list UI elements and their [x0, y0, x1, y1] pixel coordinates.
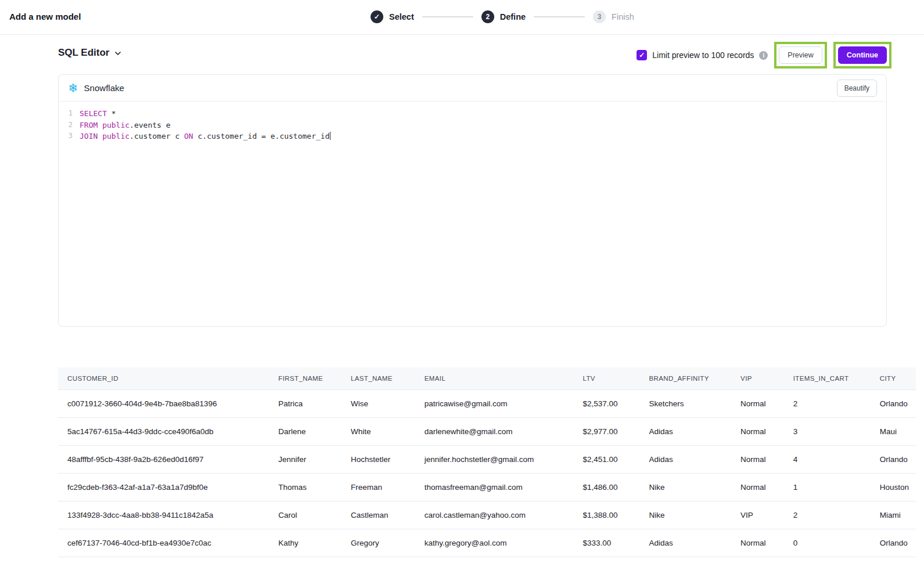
table-cell: $2,451.00 [573, 445, 639, 473]
text-cursor [330, 132, 330, 140]
table-cell: Normal [731, 389, 784, 417]
stepper-step-finish: 3Finish [593, 10, 634, 23]
table-cell: Normal [731, 473, 784, 501]
column-header: CITY [871, 367, 916, 389]
table-cell: Orlando [871, 529, 916, 557]
continue-highlight-box: Continue [833, 42, 891, 69]
table-cell: 2 [784, 501, 871, 529]
table-cell: Houston [871, 473, 916, 501]
table-cell: Jennifer [269, 445, 341, 473]
preview-button[interactable]: Preview [779, 46, 822, 64]
table-cell: Freeman [341, 473, 415, 501]
table-cell: 5ac14767-615a-44d3-9ddc-cce490f6a0db [58, 417, 269, 445]
table-cell: $2,977.00 [573, 417, 639, 445]
table-row: fc29cdeb-f363-42af-a1a7-63a1a7d9bf0eThom… [58, 473, 916, 501]
table-cell: Nike [639, 501, 731, 529]
step-number: 3 [593, 10, 606, 23]
table-header-row: CUSTOMER_IDFIRST_NAMELAST_NAMEEMAILLTVBR… [58, 367, 916, 389]
table-cell: Thomas [269, 473, 341, 501]
stepper-step-select: ✓Select [371, 10, 414, 23]
table-cell: Wise [341, 389, 415, 417]
table-cell: jennifer.hochstetler@gmail.com [415, 445, 574, 473]
step-number: 2 [481, 10, 494, 23]
column-header: CUSTOMER_ID [58, 367, 269, 389]
table-cell: Castleman [341, 501, 415, 529]
table-cell: Sketchers [639, 389, 731, 417]
table-cell: 1 [784, 473, 871, 501]
step-label: Define [500, 12, 526, 21]
table-cell: $2,537.00 [573, 389, 639, 417]
column-header: ITEMS_IN_CART [784, 367, 871, 389]
code-line: 2FROM public.events e [59, 120, 886, 131]
table-row: 133f4928-3dcc-4aa8-bb38-9411c1842a5aCaro… [58, 501, 916, 529]
limit-preview-checkbox-row[interactable]: ✓ Limit preview to 100 records i [637, 50, 768, 60]
table-body: c0071912-3660-404d-9e4b-7bae8ba81396Patr… [58, 389, 916, 557]
table-cell: Patrica [269, 389, 341, 417]
beautify-button[interactable]: Beautify [837, 80, 877, 97]
code-text: JOIN public.customer c ON c.customer_id … [80, 131, 330, 142]
column-header: BRAND_AFFINITY [639, 367, 731, 389]
editor-type-dropdown[interactable]: SQL Editor [58, 47, 121, 59]
preview-highlight-box: Preview [774, 42, 826, 69]
code-line: 3JOIN public.customer c ON c.customer_id… [59, 131, 886, 142]
table-row: cef67137-7046-40cd-bf1b-ea4930e7c0acKath… [58, 529, 916, 557]
table-cell: 3 [784, 417, 871, 445]
limit-preview-label: Limit preview to 100 records [652, 50, 754, 60]
stepper-step-define: 2Define [481, 10, 526, 23]
limit-preview-checkbox[interactable]: ✓ [637, 50, 647, 60]
sql-code-editor[interactable]: 1SELECT *2FROM public.events e3JOIN publ… [59, 102, 886, 142]
table-cell: Darlene [269, 417, 341, 445]
table-cell: $1,486.00 [573, 473, 639, 501]
table-row: 48afffbf-95cb-438f-9a2b-626ed0d16f97Jenn… [58, 445, 916, 473]
step-label: Finish [612, 12, 634, 21]
table-cell: thomasfreeman@gmail.com [415, 473, 574, 501]
stepper: ✓Select2Define3Finish [371, 10, 634, 23]
code-text: FROM public.events e [80, 120, 171, 131]
table-cell: c0071912-3660-404d-9e4b-7bae8ba81396 [58, 389, 269, 417]
line-number: 1 [59, 108, 73, 120]
table-cell: patricawise@gmail.com [415, 389, 574, 417]
table-cell: 0 [784, 529, 871, 557]
check-icon: ✓ [371, 10, 383, 23]
column-header: LAST_NAME [341, 367, 415, 389]
continue-button[interactable]: Continue [838, 46, 887, 64]
page-title: Add a new model [9, 12, 81, 21]
table-cell: Maui [871, 417, 916, 445]
table-cell: White [341, 417, 415, 445]
table-cell: Normal [731, 417, 784, 445]
table-cell: Normal [731, 529, 784, 557]
table-cell: 133f4928-3dcc-4aa8-bb38-9411c1842a5a [58, 501, 269, 529]
table-cell: kathy.gregory@aol.com [415, 529, 574, 557]
chevron-down-icon [114, 50, 121, 57]
table-cell: darlenewhite@gmail.com [415, 417, 574, 445]
table-cell: $333.00 [573, 529, 639, 557]
line-number: 2 [59, 120, 73, 131]
line-number: 3 [59, 131, 73, 142]
step-label: Select [389, 12, 414, 21]
table-cell: Adidas [639, 529, 731, 557]
top-bar: Add a new model ✓Select2Define3Finish [0, 0, 924, 35]
toolbar-right-controls: ✓ Limit preview to 100 records i Preview… [637, 41, 891, 69]
table-cell: Normal [731, 445, 784, 473]
table-cell: Adidas [639, 445, 731, 473]
table-cell: Orlando [871, 389, 916, 417]
table-cell: Nike [639, 473, 731, 501]
table-cell: Carol [269, 501, 341, 529]
table-cell: 4 [784, 445, 871, 473]
table-cell: $1,388.00 [573, 501, 639, 529]
code-text: SELECT * [80, 108, 116, 120]
table-cell: Orlando [871, 445, 916, 473]
table-cell: VIP [731, 501, 784, 529]
info-icon[interactable]: i [759, 51, 768, 60]
table-cell: cef67137-7046-40cd-bf1b-ea4930e7c0ac [58, 529, 269, 557]
table-cell: Miami [871, 501, 916, 529]
column-header: LTV [573, 367, 639, 389]
table-cell: 48afffbf-95cb-438f-9a2b-626ed0d16f97 [58, 445, 269, 473]
sql-editor-panel: ❄ Snowflake Beautify 1SELECT *2FROM publ… [58, 74, 887, 327]
table-cell: Adidas [639, 417, 731, 445]
table-cell: fc29cdeb-f363-42af-a1a7-63a1a7d9bf0e [58, 473, 269, 501]
table-row: 5ac14767-615a-44d3-9ddc-cce490f6a0dbDarl… [58, 417, 916, 445]
stepper-connector [534, 16, 585, 17]
stepper-connector [422, 16, 473, 17]
table-cell: Hochstetler [341, 445, 415, 473]
